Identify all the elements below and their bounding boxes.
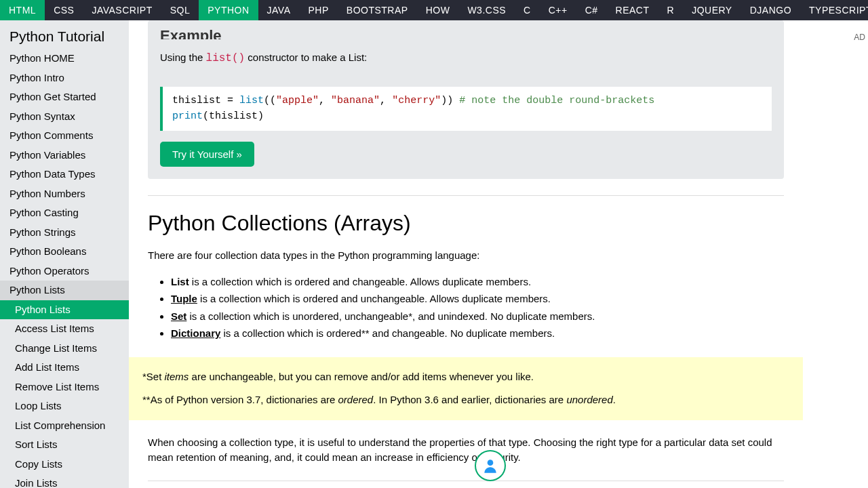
list-item: Set is a collection which is unordered, … [171, 308, 784, 325]
topnav-item[interactable]: PHP [300, 0, 338, 20]
divider [148, 195, 784, 196]
sidebar-item[interactable]: Python Variables [0, 146, 129, 165]
example-heading: Example [160, 20, 772, 39]
topnav-item[interactable]: REACT [607, 0, 658, 20]
sidebar-item[interactable]: Python Comments [0, 126, 129, 146]
topnav-item[interactable]: TYPESCRIPT [800, 0, 868, 20]
section-heading: Python Collections (Arrays) [148, 211, 784, 236]
sidebar-item[interactable]: Python Strings [0, 223, 129, 243]
topnav-item[interactable]: DJANGO [741, 0, 800, 20]
section-intro: There are four collection data types in … [148, 248, 784, 264]
sidebar-item[interactable]: Access List Items [0, 319, 129, 339]
example-intro: Using the list() constructor to make a L… [160, 39, 772, 77]
note-line-1: *Set items are unchangeable, but you can… [142, 369, 789, 385]
code-block: thislist = list(("apple", "banana", "che… [160, 87, 772, 131]
sidebar-item[interactable]: Loop Lists [0, 396, 129, 416]
sidebar-item[interactable]: Python Numbers [0, 184, 129, 204]
list-item: Tuple is a collection which is ordered a… [171, 290, 784, 308]
closing-paragraph: When choosing a collection type, it is u… [148, 435, 784, 466]
ad-panel: AD [803, 20, 868, 488]
list-item: Dictionary is a collection which is orde… [171, 325, 784, 342]
topnav-item[interactable]: HTML [0, 0, 45, 20]
example-box: Example Using the list() constructor to … [148, 20, 784, 179]
sidebar-item[interactable]: Join Lists [0, 474, 129, 488]
topnav-item[interactable]: JAVASCRIPT [83, 0, 161, 20]
sidebar-item[interactable]: Python Booleans [0, 242, 129, 262]
topnav-item[interactable]: JQUERY [683, 0, 741, 20]
sidebar-item[interactable]: Change List Items [0, 339, 129, 359]
note-line-2: **As of Python version 3.7, dictionaries… [142, 392, 789, 408]
topnav-item[interactable]: JAVA [258, 0, 300, 20]
collections-list: List is a collection which is ordered an… [171, 273, 784, 342]
note-box: *Set items are unchangeable, but you can… [129, 357, 803, 420]
topnav-item[interactable]: C++ [540, 0, 576, 20]
topnav-item[interactable]: BOOTSTRAP [338, 0, 417, 20]
sidebar-item[interactable]: Add List Items [0, 358, 129, 378]
sidebar-item[interactable]: List Comprehension [0, 416, 129, 436]
svg-point-0 [488, 460, 494, 466]
sidebar-item[interactable]: Python Lists [0, 281, 129, 300]
sidebar-title: Python Tutorial [0, 20, 129, 49]
topnav-item[interactable]: W3.CSS [458, 0, 515, 20]
topnav-item[interactable]: C# [576, 0, 607, 20]
top-nav: HTMLCSSJAVASCRIPTSQLPYTHONJAVAPHPBOOTSTR… [0, 0, 868, 20]
list-item: List is a collection which is ordered an… [171, 273, 784, 291]
sidebar-item[interactable]: Remove List Items [0, 378, 129, 397]
topnav-item[interactable]: CSS [45, 0, 83, 20]
topnav-item[interactable]: R [658, 0, 684, 20]
sidebar-item[interactable]: Python Syntax [0, 107, 129, 127]
sidebar-item[interactable]: Python Get Started [0, 87, 129, 107]
try-it-button[interactable]: Try it Yourself » [160, 142, 254, 167]
sidebar-item[interactable]: Python Intro [0, 68, 129, 88]
sidebar-item[interactable]: Python Lists [0, 300, 129, 320]
sidebar-item[interactable]: Python Data Types [0, 165, 129, 184]
main-content: Example Using the list() constructor to … [129, 20, 803, 488]
topnav-item[interactable]: PYTHON [199, 0, 258, 20]
ad-label: AD [854, 33, 865, 42]
sidebar-item[interactable]: Sort Lists [0, 435, 129, 455]
sidebar: Python Tutorial Python HOMEPython IntroP… [0, 20, 129, 488]
collection-link[interactable]: Dictionary [171, 327, 220, 339]
sidebar-item[interactable]: Python Casting [0, 203, 129, 223]
avatar-button[interactable] [475, 450, 506, 481]
user-icon [481, 457, 499, 474]
topnav-item[interactable]: HOW TO [417, 0, 459, 20]
divider [148, 481, 784, 481]
sidebar-item[interactable]: Python Operators [0, 262, 129, 281]
sidebar-item[interactable]: Python HOME [0, 49, 129, 68]
sidebar-item[interactable]: Copy Lists [0, 455, 129, 474]
collection-link[interactable]: Tuple [171, 293, 197, 304]
topnav-item[interactable]: C [515, 0, 540, 20]
inline-code: list() [206, 52, 245, 64]
collection-link[interactable]: Set [171, 310, 186, 322]
topnav-item[interactable]: SQL [161, 0, 199, 20]
